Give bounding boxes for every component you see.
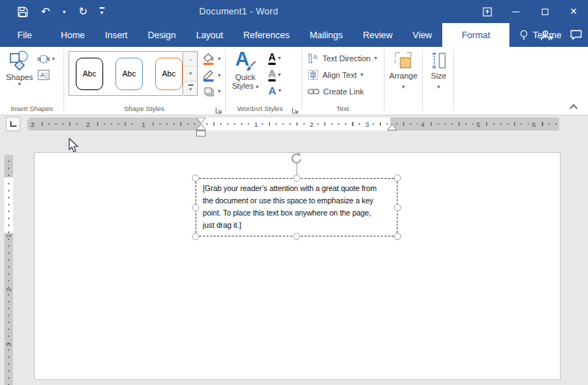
shape-outline-button[interactable]: ▾ <box>202 69 221 82</box>
chevron-down-icon: ▾ <box>218 89 221 94</box>
gallery-scroll-up-button[interactable]: ▴ <box>184 52 197 66</box>
indent-markers[interactable] <box>195 118 207 137</box>
right-indent-marker[interactable] <box>387 124 398 131</box>
text-fill-button[interactable]: A ▾ <box>268 52 281 65</box>
comment-icon[interactable] <box>570 30 582 40</box>
ruler-margin-left <box>29 118 201 130</box>
tab-insert[interactable]: Insert <box>95 23 138 47</box>
minimize-icon <box>512 12 519 12</box>
tab-view[interactable]: View <box>403 23 442 47</box>
tab-review[interactable]: Review <box>353 23 403 47</box>
resize-handle-top-middle[interactable] <box>293 174 300 182</box>
text-line: [Grab your reader’s attention with a gre… <box>203 184 377 192</box>
tab-row-icons <box>540 23 582 47</box>
gallery-more-button[interactable]: ▾ <box>184 81 197 95</box>
resize-handle-middle-left[interactable] <box>192 204 199 211</box>
tab-format[interactable]: Format <box>442 23 510 47</box>
save-button[interactable] <box>14 4 30 19</box>
tab-home[interactable]: Home <box>51 23 95 47</box>
text-outline-button[interactable]: A ▾ <box>268 68 281 81</box>
resize-handle-top-right[interactable] <box>394 174 401 182</box>
group-divider <box>384 50 385 111</box>
ruler-margin-top <box>4 155 13 177</box>
window-title: Document1 - Word <box>199 0 278 23</box>
edit-shape-icon <box>38 53 50 65</box>
shape-style-option-3[interactable]: Abc <box>155 58 183 90</box>
text-box-icon: A <box>38 69 50 81</box>
group-label-wordart-styles: WordArt Styles <box>229 105 291 112</box>
horizontal-ruler[interactable]: 3 2 1 1 2 3 4 5 6 <box>29 118 559 130</box>
redo-icon: ↻ <box>79 5 88 18</box>
chevron-down-icon: ▾ <box>218 56 221 62</box>
text-box-content[interactable]: [Grab your reader’s attention with a gre… <box>196 179 397 235</box>
shape-fill-button[interactable]: ▾ <box>202 53 221 66</box>
text-outline-icon: A <box>268 68 276 81</box>
ribbon-display-options-icon <box>483 7 492 17</box>
svg-text:A: A <box>40 71 45 79</box>
window-controls: × <box>473 0 588 23</box>
text-effects-button[interactable]: A ▾ <box>268 85 281 97</box>
left-tab-icon <box>10 121 17 127</box>
chevron-down-icon: ▾ <box>256 84 259 90</box>
group-label-text: Text <box>302 105 384 112</box>
gallery-scroll-down-button[interactable]: ▾ <box>184 66 197 81</box>
minimize-button[interactable] <box>501 0 530 23</box>
resize-handle-bottom-left[interactable] <box>192 233 199 240</box>
chevron-down-icon: ▾ <box>63 9 66 15</box>
brush-icon <box>246 61 258 72</box>
arrange-button[interactable]: Arrange ▾ <box>387 51 420 90</box>
shape-style-option-1[interactable]: Abc <box>76 58 103 90</box>
maximize-icon <box>542 9 548 15</box>
sign-in-person-icon[interactable] <box>540 30 554 41</box>
tab-stop-selector[interactable] <box>6 117 20 131</box>
resize-handle-bottom-right[interactable] <box>394 233 401 240</box>
draw-text-box-button[interactable]: A <box>38 69 50 81</box>
maximize-button[interactable] <box>530 0 559 23</box>
undo-dropdown[interactable]: ▾ <box>61 4 68 19</box>
ribbon-display-options-button[interactable] <box>473 0 501 23</box>
undo-button[interactable]: ↶ <box>38 4 53 19</box>
ruler-text-area <box>4 177 13 233</box>
shape-style-option-2[interactable]: Abc <box>115 58 143 90</box>
quick-styles-label-2: Styles <box>232 81 253 90</box>
gallery-scroll-strip: ▴ ▾ ▾ <box>184 51 198 96</box>
quick-styles-button[interactable]: A Quick Styles ▾ <box>229 50 261 90</box>
ribbon-tab-row: File Home Insert Design Layout Reference… <box>0 23 588 47</box>
undo-icon: ↶ <box>41 5 51 18</box>
tab-layout[interactable]: Layout <box>186 23 234 47</box>
size-button[interactable]: Size ▾ <box>426 51 452 90</box>
document-page[interactable]: [Grab your reader’s attention with a gre… <box>34 152 561 380</box>
ruler-number: 3 <box>362 120 372 129</box>
resize-handle-bottom-middle[interactable] <box>293 233 300 240</box>
collapse-ribbon-button[interactable] <box>571 103 578 110</box>
create-link-button[interactable]: Create Link <box>307 84 364 99</box>
shapes-icon <box>9 50 30 71</box>
ruler-number: 1 <box>139 120 149 129</box>
ruler-number: 5 <box>473 120 483 129</box>
text-line: point. To place this text box anywhere o… <box>203 207 390 219</box>
tab-references[interactable]: References <box>233 23 299 47</box>
edit-shape-button[interactable]: ▾ <box>38 53 55 65</box>
ruler-number: 4 <box>418 120 428 129</box>
tab-mailings[interactable]: Mailings <box>299 23 353 47</box>
resize-handle-top-left[interactable] <box>192 174 199 182</box>
text-direction-button[interactable]: A Text Direction ▾ <box>307 51 377 66</box>
selected-text-box[interactable]: [Grab your reader’s attention with a gre… <box>196 178 398 236</box>
close-button[interactable]: × <box>559 0 588 23</box>
word-window: ↶ ▾ ↻ ▾ Document1 - Word × File Home Ins… <box>0 0 588 385</box>
resize-handle-middle-right[interactable] <box>394 204 401 211</box>
create-link-icon <box>307 87 320 97</box>
shape-styles-dialog-launcher[interactable] <box>215 105 223 112</box>
align-text-button[interactable]: Align Text ▾ <box>307 68 364 82</box>
vertical-ruler[interactable]: 1 2 3 <box>4 155 13 385</box>
rotation-handle[interactable] <box>290 151 303 164</box>
customize-qat-button[interactable]: ▾ <box>98 4 105 19</box>
redo-button[interactable]: ↻ <box>75 4 91 19</box>
shapes-button[interactable]: Shapes ▾ <box>4 50 35 87</box>
shape-effects-button[interactable]: ▾ <box>202 85 221 98</box>
tab-design[interactable]: Design <box>138 23 186 47</box>
group-label-shape-styles: Shape Styles <box>79 105 209 112</box>
wordart-styles-dialog-launcher[interactable] <box>291 105 299 112</box>
ruler-number: 1 <box>4 231 13 240</box>
tab-file[interactable]: File <box>4 23 45 47</box>
